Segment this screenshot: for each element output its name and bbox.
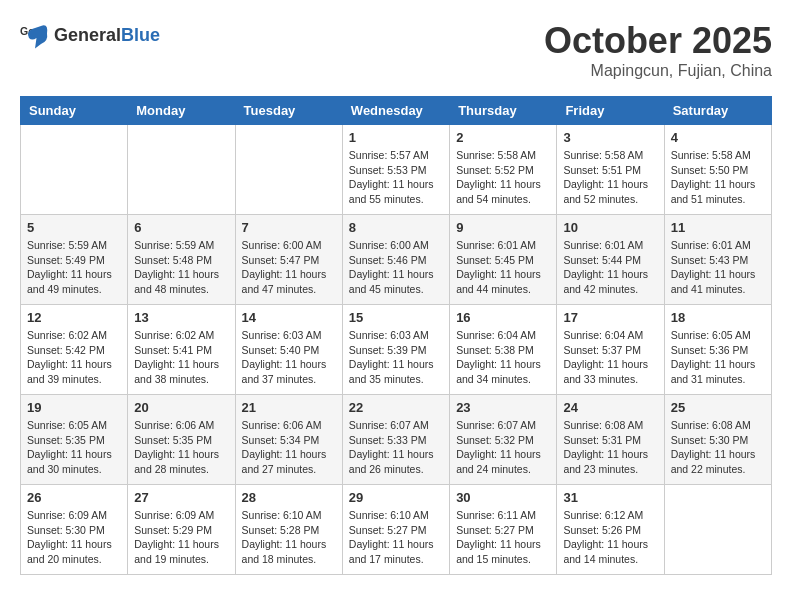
day-of-week-header: Sunday — [21, 97, 128, 125]
logo: Gen GeneralBlue — [20, 20, 160, 50]
day-number: 10 — [563, 220, 657, 235]
day-info: Sunrise: 6:05 AMSunset: 5:36 PMDaylight:… — [671, 328, 765, 387]
day-number: 24 — [563, 400, 657, 415]
calendar-week-row: 5Sunrise: 5:59 AMSunset: 5:49 PMDaylight… — [21, 215, 772, 305]
day-number: 22 — [349, 400, 443, 415]
calendar-cell: 26Sunrise: 6:09 AMSunset: 5:30 PMDayligh… — [21, 485, 128, 575]
day-number: 11 — [671, 220, 765, 235]
day-info: Sunrise: 6:08 AMSunset: 5:30 PMDaylight:… — [671, 418, 765, 477]
day-number: 16 — [456, 310, 550, 325]
logo-text-blue: Blue — [121, 25, 160, 45]
calendar-body: 1Sunrise: 5:57 AMSunset: 5:53 PMDaylight… — [21, 125, 772, 575]
day-number: 30 — [456, 490, 550, 505]
day-number: 6 — [134, 220, 228, 235]
day-info: Sunrise: 6:10 AMSunset: 5:27 PMDaylight:… — [349, 508, 443, 567]
day-info: Sunrise: 6:09 AMSunset: 5:30 PMDaylight:… — [27, 508, 121, 567]
calendar-cell — [664, 485, 771, 575]
day-of-week-header: Wednesday — [342, 97, 449, 125]
logo-icon: Gen — [20, 20, 50, 50]
logo-text-general: General — [54, 25, 121, 45]
day-info: Sunrise: 6:05 AMSunset: 5:35 PMDaylight:… — [27, 418, 121, 477]
calendar-cell — [128, 125, 235, 215]
day-number: 21 — [242, 400, 336, 415]
calendar-cell: 6Sunrise: 5:59 AMSunset: 5:48 PMDaylight… — [128, 215, 235, 305]
day-number: 18 — [671, 310, 765, 325]
day-info: Sunrise: 6:04 AMSunset: 5:37 PMDaylight:… — [563, 328, 657, 387]
day-number: 12 — [27, 310, 121, 325]
day-info: Sunrise: 6:02 AMSunset: 5:42 PMDaylight:… — [27, 328, 121, 387]
day-number: 17 — [563, 310, 657, 325]
day-number: 9 — [456, 220, 550, 235]
calendar-cell: 30Sunrise: 6:11 AMSunset: 5:27 PMDayligh… — [450, 485, 557, 575]
day-info: Sunrise: 6:06 AMSunset: 5:34 PMDaylight:… — [242, 418, 336, 477]
calendar-cell: 22Sunrise: 6:07 AMSunset: 5:33 PMDayligh… — [342, 395, 449, 485]
day-number: 29 — [349, 490, 443, 505]
calendar-cell: 13Sunrise: 6:02 AMSunset: 5:41 PMDayligh… — [128, 305, 235, 395]
day-info: Sunrise: 5:59 AMSunset: 5:48 PMDaylight:… — [134, 238, 228, 297]
calendar-cell — [21, 125, 128, 215]
day-info: Sunrise: 5:57 AMSunset: 5:53 PMDaylight:… — [349, 148, 443, 207]
page-header: Gen GeneralBlue October 2025 Mapingcun, … — [20, 20, 772, 80]
calendar-week-row: 19Sunrise: 6:05 AMSunset: 5:35 PMDayligh… — [21, 395, 772, 485]
day-number: 1 — [349, 130, 443, 145]
day-info: Sunrise: 6:01 AMSunset: 5:44 PMDaylight:… — [563, 238, 657, 297]
calendar: SundayMondayTuesdayWednesdayThursdayFrid… — [20, 96, 772, 575]
day-number: 19 — [27, 400, 121, 415]
day-number: 15 — [349, 310, 443, 325]
day-number: 3 — [563, 130, 657, 145]
day-number: 7 — [242, 220, 336, 235]
day-info: Sunrise: 6:01 AMSunset: 5:43 PMDaylight:… — [671, 238, 765, 297]
calendar-cell: 18Sunrise: 6:05 AMSunset: 5:36 PMDayligh… — [664, 305, 771, 395]
title-block: October 2025 Mapingcun, Fujian, China — [544, 20, 772, 80]
day-info: Sunrise: 6:04 AMSunset: 5:38 PMDaylight:… — [456, 328, 550, 387]
day-of-week-header: Saturday — [664, 97, 771, 125]
calendar-cell: 4Sunrise: 5:58 AMSunset: 5:50 PMDaylight… — [664, 125, 771, 215]
day-number: 13 — [134, 310, 228, 325]
day-number: 2 — [456, 130, 550, 145]
calendar-week-row: 12Sunrise: 6:02 AMSunset: 5:42 PMDayligh… — [21, 305, 772, 395]
day-info: Sunrise: 5:59 AMSunset: 5:49 PMDaylight:… — [27, 238, 121, 297]
day-info: Sunrise: 6:08 AMSunset: 5:31 PMDaylight:… — [563, 418, 657, 477]
day-info: Sunrise: 6:00 AMSunset: 5:47 PMDaylight:… — [242, 238, 336, 297]
month-title: October 2025 — [544, 20, 772, 62]
calendar-cell: 25Sunrise: 6:08 AMSunset: 5:30 PMDayligh… — [664, 395, 771, 485]
calendar-cell: 15Sunrise: 6:03 AMSunset: 5:39 PMDayligh… — [342, 305, 449, 395]
day-info: Sunrise: 6:07 AMSunset: 5:33 PMDaylight:… — [349, 418, 443, 477]
day-number: 26 — [27, 490, 121, 505]
calendar-cell: 5Sunrise: 5:59 AMSunset: 5:49 PMDaylight… — [21, 215, 128, 305]
calendar-week-row: 1Sunrise: 5:57 AMSunset: 5:53 PMDaylight… — [21, 125, 772, 215]
calendar-cell: 2Sunrise: 5:58 AMSunset: 5:52 PMDaylight… — [450, 125, 557, 215]
day-number: 31 — [563, 490, 657, 505]
calendar-cell: 3Sunrise: 5:58 AMSunset: 5:51 PMDaylight… — [557, 125, 664, 215]
calendar-cell: 12Sunrise: 6:02 AMSunset: 5:42 PMDayligh… — [21, 305, 128, 395]
calendar-cell: 8Sunrise: 6:00 AMSunset: 5:46 PMDaylight… — [342, 215, 449, 305]
day-number: 20 — [134, 400, 228, 415]
calendar-cell: 21Sunrise: 6:06 AMSunset: 5:34 PMDayligh… — [235, 395, 342, 485]
day-info: Sunrise: 6:09 AMSunset: 5:29 PMDaylight:… — [134, 508, 228, 567]
days-of-week-row: SundayMondayTuesdayWednesdayThursdayFrid… — [21, 97, 772, 125]
day-info: Sunrise: 6:03 AMSunset: 5:40 PMDaylight:… — [242, 328, 336, 387]
day-number: 4 — [671, 130, 765, 145]
day-number: 23 — [456, 400, 550, 415]
day-number: 14 — [242, 310, 336, 325]
day-of-week-header: Tuesday — [235, 97, 342, 125]
calendar-cell: 27Sunrise: 6:09 AMSunset: 5:29 PMDayligh… — [128, 485, 235, 575]
calendar-cell: 14Sunrise: 6:03 AMSunset: 5:40 PMDayligh… — [235, 305, 342, 395]
day-info: Sunrise: 6:01 AMSunset: 5:45 PMDaylight:… — [456, 238, 550, 297]
day-info: Sunrise: 5:58 AMSunset: 5:51 PMDaylight:… — [563, 148, 657, 207]
day-info: Sunrise: 6:12 AMSunset: 5:26 PMDaylight:… — [563, 508, 657, 567]
calendar-cell: 17Sunrise: 6:04 AMSunset: 5:37 PMDayligh… — [557, 305, 664, 395]
day-info: Sunrise: 5:58 AMSunset: 5:50 PMDaylight:… — [671, 148, 765, 207]
calendar-cell: 11Sunrise: 6:01 AMSunset: 5:43 PMDayligh… — [664, 215, 771, 305]
day-info: Sunrise: 6:06 AMSunset: 5:35 PMDaylight:… — [134, 418, 228, 477]
day-info: Sunrise: 6:11 AMSunset: 5:27 PMDaylight:… — [456, 508, 550, 567]
day-number: 27 — [134, 490, 228, 505]
day-number: 8 — [349, 220, 443, 235]
calendar-cell: 10Sunrise: 6:01 AMSunset: 5:44 PMDayligh… — [557, 215, 664, 305]
day-info: Sunrise: 6:02 AMSunset: 5:41 PMDaylight:… — [134, 328, 228, 387]
calendar-cell: 20Sunrise: 6:06 AMSunset: 5:35 PMDayligh… — [128, 395, 235, 485]
day-of-week-header: Thursday — [450, 97, 557, 125]
day-number: 25 — [671, 400, 765, 415]
calendar-cell: 7Sunrise: 6:00 AMSunset: 5:47 PMDaylight… — [235, 215, 342, 305]
day-info: Sunrise: 6:00 AMSunset: 5:46 PMDaylight:… — [349, 238, 443, 297]
